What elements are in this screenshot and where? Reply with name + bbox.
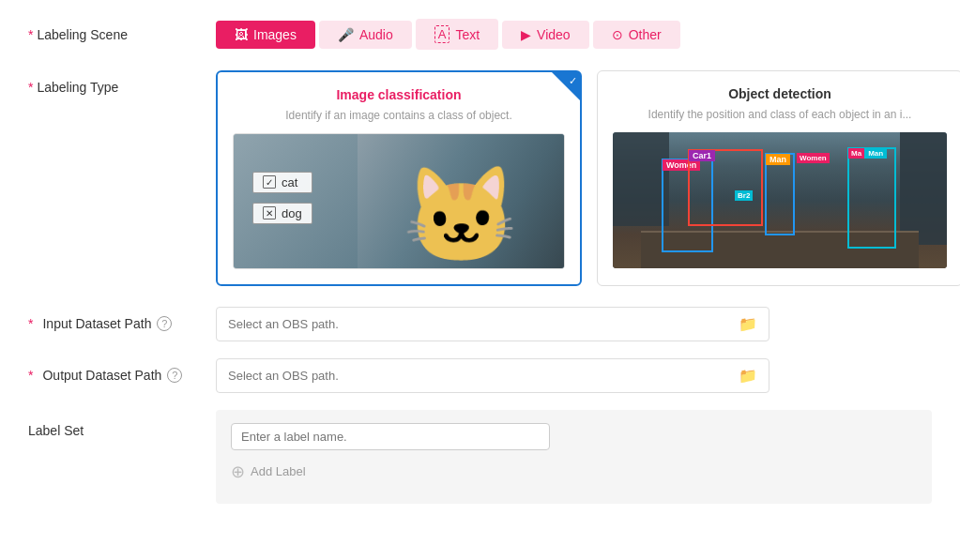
check-dog-icon: ✕ [263,206,276,219]
video-icon: ▶ [521,27,531,42]
required-star-2: * [28,80,33,95]
checkbox-cat: ✓ cat [252,172,312,193]
labeling-type-row: * Labeling Type Image classification Ide… [28,70,932,286]
building-right [900,132,947,245]
dog-label: dog [282,206,302,220]
output-path-field[interactable] [228,369,739,383]
input-path-help-icon[interactable]: ? [157,316,172,331]
audio-icon: 🎤 [338,27,354,42]
input-path-input-wrap: 📁 [216,307,770,341]
cat-scene: 🐱 ✓ cat ✕ dog [234,134,564,268]
tag-ma: Ma [848,148,864,159]
scene-tabs: 🖼 Images 🎤 Audio A Text ▶ Video ⊙ Other [216,19,680,50]
images-icon: 🖼 [235,27,248,42]
tag-man2: Man [864,148,887,159]
tag-br2: Br2 [735,190,753,201]
classification-preview: 🐱 ✓ cat ✕ dog [233,133,565,269]
tab-images[interactable]: 🖼 Images [216,21,315,49]
tag-ma-man: Ma Man [848,148,887,159]
tab-text[interactable]: A Text [416,19,498,50]
tag-car: Car1 [689,150,715,161]
label-set-content: ⊕ Add Label [216,410,932,504]
checkbox-list: ✓ cat ✕ dog [252,172,312,224]
cat-emoji: 🐱 [403,160,520,269]
required-star-3: * [28,316,33,331]
input-folder-icon[interactable]: 📁 [739,315,757,333]
label-set-row: Label Set ⊕ Add Label [28,410,932,504]
output-dataset-path-row: * Output Dataset Path ? 📁 [28,358,932,393]
output-path-label: * Output Dataset Path ? [28,368,216,383]
building-left [613,132,669,226]
cat-image: 🐱 [358,134,564,269]
tag-man: Man [766,154,790,165]
check-cat-icon: ✓ [263,175,276,189]
input-path-field[interactable] [228,317,739,331]
input-dataset-path-row: * Input Dataset Path ? 📁 [28,307,932,341]
output-path-help-icon[interactable]: ? [167,368,182,383]
label-set-label: Label Set [28,410,216,438]
checkbox-dog: ✕ dog [252,203,312,224]
street-scene: Women Car1 Br2 Man Women [613,132,947,268]
card-object-detection[interactable]: Object detection Identify the position a… [597,70,960,286]
tag-women2: Women [797,153,830,163]
cat-label: cat [282,175,297,189]
output-path-input-wrap: 📁 [216,358,770,393]
other-icon: ⊙ [612,27,623,42]
label-input-wrap [231,423,550,450]
type-cards: Image classification Identify if an imag… [216,70,960,286]
tab-video[interactable]: ▶ Video [502,21,589,49]
labeling-scene-label: * Labeling Scene [28,27,216,42]
input-path-label: * Input Dataset Path ? [28,316,216,331]
output-folder-icon[interactable]: 📁 [739,367,757,385]
card-image-classification[interactable]: Image classification Identify if an imag… [216,70,582,286]
labeling-scene-row: * Labeling Scene 🖼 Images 🎤 Audio A Text… [28,19,932,50]
detection-box-man2: Ma Man [847,147,896,249]
detection-box-car: Car1 [688,149,763,226]
add-label-button[interactable]: ⊕ Add Label [231,462,306,482]
label-name-input[interactable] [241,430,540,444]
required-star: * [28,27,33,42]
detection-box-man: Man [765,153,795,235]
card-title-classification: Image classification [233,87,565,102]
card-desc-classification: Identify if an image contains a class of… [233,108,565,124]
text-icon: A [434,25,450,43]
add-icon: ⊕ [231,462,245,482]
labeling-type-label: * Labeling Type [28,70,216,95]
tab-other[interactable]: ⊙ Other [593,21,680,49]
tab-audio[interactable]: 🎤 Audio [319,21,412,49]
card-title-detection: Object detection [613,86,947,101]
detection-preview: Women Car1 Br2 Man Women [613,132,947,268]
card-desc-detection: Identify the position and class of each … [613,107,947,123]
required-star-4: * [28,368,33,383]
